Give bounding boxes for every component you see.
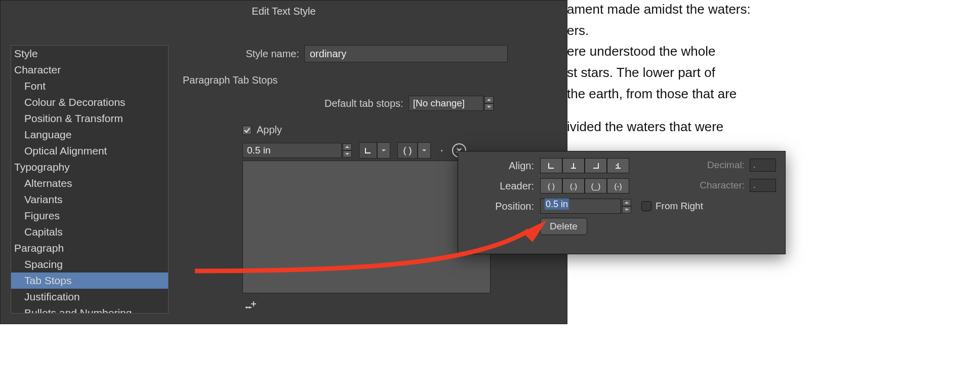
leader-dot-button[interactable]: (.): [562, 178, 585, 193]
character-label: Character:: [700, 180, 745, 191]
sidebar-item[interactable]: Character: [11, 62, 168, 78]
sidebar-item[interactable]: Language: [11, 127, 168, 143]
default-tab-stops-label: Default tab stops:: [324, 98, 403, 109]
sidebar-item[interactable]: Figures: [11, 208, 168, 224]
position-label: Position:: [458, 201, 538, 212]
sidebar-item[interactable]: Justification: [11, 289, 168, 305]
doc-line: ere understood the whole: [567, 42, 980, 61]
tab-leader-combo[interactable]: ( ): [397, 142, 431, 159]
apply-label: Apply: [257, 124, 282, 136]
tab-stop-popover: Align: Decimal: Leader: ( ) (.) (_) (-) …: [458, 151, 786, 254]
sidebar-item[interactable]: Font: [11, 78, 168, 94]
decimal-input[interactable]: [750, 159, 776, 172]
leader-none-button[interactable]: ( ): [540, 178, 562, 193]
sidebar-item[interactable]: Typography: [11, 159, 168, 175]
section-header: Paragraph Tab Stops: [183, 74, 278, 86]
sidebar-item[interactable]: Colour & Decorations: [11, 94, 168, 110]
doc-line: [567, 139, 980, 149]
align-right-button[interactable]: [585, 158, 607, 173]
apply-row: Apply: [242, 124, 282, 136]
sidebar-item[interactable]: Optical Alignment: [11, 143, 168, 159]
default-tab-stops-field[interactable]: [409, 96, 483, 111]
svg-point-0: [246, 306, 248, 308]
sidebar-item[interactable]: Paragraph: [11, 240, 168, 256]
leader-underscore-button[interactable]: (_): [585, 178, 607, 193]
align-label: Align:: [458, 160, 538, 172]
stepper-up-icon[interactable]: [343, 143, 352, 150]
dropdown-icon[interactable]: [418, 142, 431, 159]
leader-dash-button[interactable]: (-): [607, 178, 629, 193]
position-input[interactable]: 0.5 in: [540, 199, 631, 214]
add-tab-icon[interactable]: [243, 298, 258, 314]
sidebar-item[interactable]: Bullets and Numbering: [11, 305, 168, 314]
align-left-icon: [364, 146, 372, 154]
delete-button[interactable]: Delete: [540, 218, 587, 235]
style-category-sidebar[interactable]: StyleCharacterFontColour & DecorationsPo…: [11, 45, 169, 314]
style-name-row: Style name:: [183, 45, 508, 62]
sidebar-item[interactable]: Spacing: [11, 256, 168, 273]
position-field[interactable]: 0.5 in: [540, 199, 621, 214]
tab-ruler-canvas[interactable]: [242, 161, 491, 293]
align-left-button[interactable]: [540, 158, 562, 173]
tab-position-field[interactable]: [242, 143, 342, 158]
style-name-input[interactable]: [304, 45, 508, 62]
stepper-up-icon[interactable]: [484, 96, 494, 103]
doc-line: st stars. The lower part of: [567, 63, 980, 83]
leader-value: ( ): [397, 142, 418, 159]
dropdown-icon[interactable]: [377, 142, 390, 159]
default-tab-stops-row: Default tab stops:: [324, 96, 494, 111]
from-right-checkbox[interactable]: [641, 201, 651, 211]
tab-stop-row: ( ) •: [242, 142, 466, 159]
stepper-down-icon[interactable]: [484, 103, 494, 110]
dialog-title: Edit Text Style: [1, 1, 567, 19]
leader-segment[interactable]: ( ) (.) (_) (-): [540, 178, 629, 193]
sidebar-item[interactable]: Capitals: [11, 224, 168, 240]
align-center-button[interactable]: [562, 158, 585, 173]
svg-point-1: [249, 306, 251, 308]
sidebar-item[interactable]: Style: [11, 46, 168, 62]
decimal-label: Decimal:: [707, 160, 745, 171]
doc-line: ers.: [567, 21, 980, 41]
stepper-down-icon[interactable]: [622, 206, 631, 213]
sidebar-item[interactable]: Position & Transform: [11, 110, 168, 127]
stepper-down-icon[interactable]: [343, 150, 352, 158]
sidebar-item[interactable]: Alternates: [11, 175, 168, 191]
doc-line: ivided the waters that were: [567, 118, 980, 137]
doc-line: the earth, from those that are: [567, 85, 980, 104]
leader-label: Leader:: [458, 180, 538, 192]
sidebar-item[interactable]: Tab Stops: [11, 273, 168, 289]
tab-align-combo[interactable]: [359, 142, 390, 159]
tab-position-input[interactable]: [242, 143, 352, 158]
apply-checkbox[interactable]: [242, 126, 252, 135]
stepper-up-icon[interactable]: [622, 199, 631, 206]
align-decimal-button[interactable]: [607, 158, 629, 173]
character-input[interactable]: [750, 179, 776, 192]
svg-point-2: [616, 165, 618, 166]
style-name-label: Style name:: [183, 48, 299, 60]
doc-line: [567, 105, 980, 115]
from-right-label: From Right: [656, 201, 703, 212]
ellipsis-icon[interactable]: •: [441, 148, 444, 153]
align-segment[interactable]: [540, 158, 629, 173]
sidebar-item[interactable]: Variants: [11, 191, 168, 208]
doc-line: ament made amidst the waters:: [567, 0, 980, 19]
default-tab-stops-input[interactable]: [409, 96, 494, 111]
